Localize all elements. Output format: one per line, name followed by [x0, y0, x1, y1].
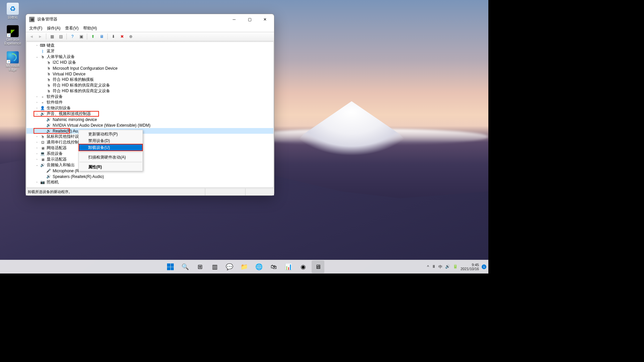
menu-separator: [79, 162, 142, 162]
expand-icon[interactable]: ⌄: [35, 164, 39, 167]
help-button[interactable]: ?: [69, 33, 76, 40]
expand-icon[interactable]: ›: [35, 141, 39, 144]
device-icon: 🖱: [46, 88, 51, 94]
tree-node[interactable]: ›▫软件组件: [26, 100, 273, 105]
tree-node-label: 照相机: [47, 179, 59, 185]
tree-node[interactable]: 🖱符合 HID 标准的供应商定义设备: [26, 82, 273, 88]
taskbar-edge[interactable]: 🌐: [253, 260, 265, 273]
expand-icon[interactable]: ›: [35, 95, 39, 98]
expand-icon[interactable]: ⌄: [35, 112, 39, 115]
desktop-icon-recycle[interactable]: 回收站: [3, 3, 23, 19]
tree-node[interactable]: ›⌨键盘: [26, 43, 273, 48]
taskbar-start[interactable]: [164, 260, 177, 273]
device-icon: 🖱: [46, 60, 51, 65]
tree-node[interactable]: ⌄🖱人体学输入设备: [26, 54, 273, 60]
expand-icon[interactable]: ›: [35, 152, 39, 155]
expand-icon[interactable]: ›: [35, 146, 39, 149]
taskbar-widgets[interactable]: ▥: [208, 260, 221, 273]
window-title: 设备管理器: [37, 16, 226, 22]
context-menu-item[interactable]: 扫描检测硬件改动(A): [79, 154, 143, 161]
tree-node[interactable]: 🖱Microsoft Input Configuration Device: [26, 65, 273, 71]
maximize-button[interactable]: ▢: [242, 14, 257, 24]
tree-node-label: Microsoft Input Configuration Device: [53, 66, 117, 71]
tree-node[interactable]: ›⊡通用串行总线控制: [26, 139, 273, 145]
tray-icon[interactable]: ⏸: [432, 264, 436, 270]
context-menu-item[interactable]: 属性(R): [79, 164, 143, 170]
tree-node[interactable]: ›▫软件设备: [26, 94, 273, 100]
tree-node[interactable]: 🎤Microphone (R: [26, 168, 273, 174]
minimize-button[interactable]: ─: [226, 14, 242, 24]
tree-node[interactable]: 🖱符合 HID 标准的供应商定义设备: [26, 88, 273, 94]
menu-文件[interactable]: 文件(F): [29, 25, 42, 31]
device-icon: ⊡: [40, 140, 45, 145]
add-legacy-button[interactable]: ⊕: [127, 33, 135, 40]
uninstall-device-button[interactable]: ✖: [118, 33, 126, 40]
taskbar-store[interactable]: 🛍: [267, 260, 280, 273]
tray-icon[interactable]: 🔊: [445, 264, 450, 270]
tree-node[interactable]: ›💻系统设备: [26, 151, 273, 157]
tray-chevron-icon[interactable]: ^: [427, 264, 429, 269]
tree-node[interactable]: 🔊NVIDIA Virtual Audio Device (Wave Exten…: [26, 122, 273, 128]
device-icon: 🔊: [46, 117, 51, 122]
expand-icon[interactable]: ›: [35, 158, 39, 161]
tree-node[interactable]: ›🖥显示适配器: [26, 157, 273, 162]
notification-badge[interactable]: 1: [482, 264, 486, 269]
tree-node[interactable]: ›🖱鼠标和其他指针设: [26, 134, 273, 139]
menu-帮助[interactable]: 帮助(H): [83, 25, 97, 31]
menu-separator: [79, 152, 142, 153]
expand-icon[interactable]: ›: [35, 44, 39, 47]
expand-icon[interactable]: ⌄: [35, 55, 39, 58]
tree-node[interactable]: 🖱I2C HID 设备: [26, 60, 273, 65]
desktop-icon-geforce[interactable]: ↗GeForce Experience: [3, 25, 23, 45]
taskbar-app1[interactable]: 📊: [282, 260, 295, 273]
context-menu-item[interactable]: 更新驱动程序(P): [79, 131, 143, 137]
taskbar-explorer[interactable]: 📁: [238, 260, 251, 273]
tree-node[interactable]: 🔊Speakers (Realtek(R) Audio): [26, 174, 273, 179]
update-driver-button[interactable]: ⬆: [89, 33, 97, 40]
tree-node[interactable]: ᛒ蓝牙: [26, 48, 273, 54]
tray-icon[interactable]: 中: [438, 264, 442, 270]
tree-node[interactable]: ⌄🔊声音、视频和游戏控制器: [26, 111, 273, 117]
tree-node[interactable]: ›👤生物识别设备: [26, 105, 273, 111]
taskbar-taskview[interactable]: ⊞: [194, 260, 206, 273]
disable-device-button[interactable]: ⬇: [110, 33, 117, 40]
device-tree[interactable]: ›⌨键盘ᛒ蓝牙⌄🖱人体学输入设备🖱I2C HID 设备🖱Microsoft In…: [26, 42, 273, 187]
clock[interactable]: 9:45 2021/10/16: [461, 263, 479, 271]
scan-hardware-button[interactable]: 🖥: [98, 33, 105, 40]
expand-icon[interactable]: ›: [35, 181, 39, 184]
toolbar: ◄ ► ▦ ▤ ? ▣ ⬆ 🖥 ⬇ ✖ ⊕: [26, 32, 274, 41]
menu-操作[interactable]: 操作(A): [47, 25, 60, 31]
context-menu-item[interactable]: 禁用设备(D): [79, 137, 143, 144]
expand-icon[interactable]: ›: [35, 135, 39, 138]
taskbar-cortana[interactable]: ◉: [297, 260, 310, 273]
device-icon: 🔊: [46, 128, 51, 134]
taskbar-chat[interactable]: 💬: [223, 260, 236, 273]
taskbar-center: 🔍⊞▥💬📁🌐🛍📊◉🖥: [164, 260, 324, 273]
tree-node[interactable]: 🖱符合 HID 标准的触摸板: [26, 77, 273, 82]
device-icon: 📷: [40, 180, 45, 185]
tree-node[interactable]: 🔊Realtek(R) Au…: [26, 128, 273, 134]
desktop-icon-edge[interactable]: ↗Microsoft Edge: [3, 51, 23, 71]
taskbar-search[interactable]: 🔍: [179, 260, 192, 273]
menu-查看[interactable]: 查看(V): [65, 25, 78, 31]
close-button[interactable]: ✕: [257, 14, 273, 24]
context-menu-item[interactable]: 卸载设备(U): [79, 144, 143, 151]
expand-icon[interactable]: ›: [35, 101, 39, 104]
tree-node[interactable]: ›🖥网络适配器: [26, 145, 273, 151]
taskbar-devmgr[interactable]: 🖥: [312, 260, 324, 273]
tree-node-label: 显示适配器: [47, 157, 67, 162]
titlebar[interactable]: 设备管理器 ─ ▢ ✕: [26, 14, 274, 24]
menubar: 文件(F)操作(A)查看(V)帮助(H): [26, 24, 274, 32]
show-hidden-button[interactable]: ▣: [77, 33, 85, 40]
tree-node-label: 软件组件: [47, 100, 63, 105]
expand-icon[interactable]: ›: [35, 107, 39, 110]
shortcut-arrow-icon: ↗: [7, 33, 11, 37]
tray-icon[interactable]: 🔋: [453, 264, 458, 270]
tree-node[interactable]: ⌄🔊音频输入和输出: [26, 162, 273, 168]
tree-node[interactable]: ›📷照相机: [26, 179, 273, 185]
properties-button[interactable]: ▤: [57, 33, 64, 40]
show-hide-console-button[interactable]: ▦: [48, 33, 56, 40]
tree-node[interactable]: 🔊Nahimic mirroring device: [26, 117, 273, 122]
device-icon: 🔊: [46, 123, 51, 128]
tree-node[interactable]: 🖱Virtual HID Device: [26, 71, 273, 77]
